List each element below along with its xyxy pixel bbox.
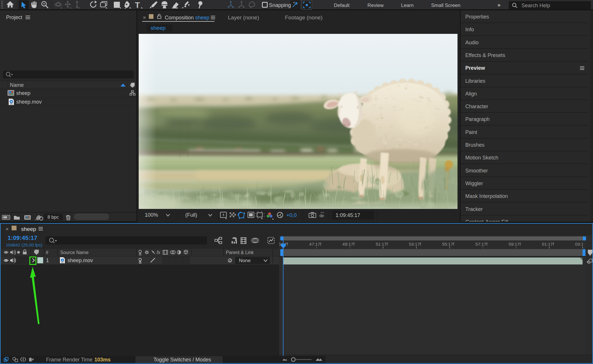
svg-text:T: T	[135, 1, 140, 10]
svg-text:+0,0: +0,0	[286, 212, 297, 218]
svg-text:fx: fx	[157, 250, 160, 255]
